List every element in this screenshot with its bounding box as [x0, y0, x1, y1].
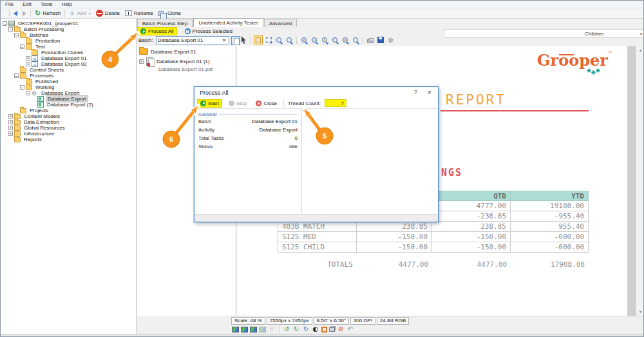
batch-dropdown[interactable]: Database Export 01 — [156, 36, 229, 44]
zoom-in-icon: + — [301, 37, 307, 43]
vertical-scrollbar[interactable]: ▲ ▼ — [636, 46, 644, 316]
marquee-add-button[interactable] — [264, 35, 273, 44]
zoom-select-button[interactable] — [274, 35, 283, 44]
menu-item-tools[interactable]: Tools — [36, 1, 57, 8]
expander-icon[interactable]: – — [3, 21, 7, 26]
zoom-page-button[interactable] — [285, 35, 294, 44]
separator — [296, 37, 297, 44]
image-alt-icon[interactable] — [241, 327, 248, 332]
rename-button[interactable]: Rename — [122, 9, 156, 18]
batch-document-row[interactable]: + Database Export 01 (1) — [139, 57, 236, 65]
sync-icon[interactable]: ↻ — [302, 325, 310, 333]
menu-item-file[interactable]: File — [1, 1, 18, 8]
image-zoom-icon[interactable] — [250, 327, 257, 332]
crop-icon[interactable] — [321, 327, 327, 332]
tree-item-okcsprk001-grooper01[interactable]: –OKCSPRK001_grooper01 — [1, 21, 136, 26]
table-cell: S125 CHILD — [278, 242, 357, 253]
toolbar-button-label: Clone — [167, 10, 181, 16]
batch-folder-row[interactable]: Database Export 01 — [139, 48, 236, 55]
tree-item-content-models[interactable]: +Content Models — [1, 113, 136, 119]
thread-count-input[interactable]: 7 — [325, 99, 346, 107]
expander-icon[interactable]: + — [8, 120, 13, 124]
dialog-log-panel — [303, 109, 438, 214]
tree-item-data-extraction[interactable]: +Data Extraction — [1, 119, 136, 125]
zoom-actual-button[interactable]: 1 — [320, 35, 329, 44]
expander-icon[interactable]: + — [139, 59, 144, 64]
expander-icon[interactable]: – — [14, 73, 19, 78]
back-button[interactable] — [11, 9, 20, 18]
tree-item-database-export-01[interactable]: +Database Export 01 — [1, 55, 136, 61]
scroll-up-icon[interactable]: ▲ — [636, 46, 644, 54]
zoom-width-button[interactable]: ↔ — [341, 35, 350, 44]
children-panel-header[interactable]: Children ▾ — [444, 29, 644, 38]
blocked-icon[interactable]: ⊘ — [337, 325, 345, 333]
tree-item-label: Data Extraction — [23, 119, 61, 125]
expander-icon[interactable]: + — [8, 131, 13, 136]
menu-item-help[interactable]: Help — [57, 1, 76, 8]
tree-item-working[interactable]: –Working — [1, 84, 136, 90]
expander-icon[interactable]: – — [8, 27, 13, 32]
clone-button[interactable]: Clone — [156, 9, 184, 18]
tree-item-published[interactable]: Published — [1, 79, 136, 84]
delete-disabled-icon[interactable]: ✕ — [268, 325, 276, 333]
tree-item-reports[interactable]: Reports — [1, 137, 136, 142]
tab-advanced[interactable]: Advanced — [264, 19, 298, 27]
tree-item-infrastructure[interactable]: +Infrastructure — [1, 131, 136, 137]
menu-item-edit[interactable]: Edit — [18, 1, 36, 8]
tree-item-projects[interactable]: Projects — [1, 108, 136, 113]
separator — [251, 37, 251, 44]
dialog-general-panel: General BatchDatabase Export 01ActivityD… — [194, 109, 302, 214]
expander-icon[interactable]: – — [20, 85, 24, 90]
dialog-title-bar[interactable]: Process All ? × — [194, 87, 438, 98]
process-all-button[interactable]: Process All — [137, 27, 177, 35]
expander-icon[interactable]: – — [26, 91, 30, 95]
expander-icon[interactable]: + — [26, 56, 30, 61]
expander-icon[interactable]: – — [14, 33, 19, 37]
zoom-select-icon — [276, 37, 281, 43]
table-cell: 955.40 — [511, 222, 589, 232]
zoom-out-button[interactable]: − — [310, 35, 319, 44]
tree-item-production[interactable]: Production — [1, 38, 136, 44]
rotate-cw-icon[interactable]: ↻ — [292, 325, 300, 333]
scroll-down-icon[interactable]: ▼ — [636, 307, 644, 316]
stop-button[interactable]: Stop — [226, 100, 249, 107]
tree-item-production-clones[interactable]: Production Clones — [1, 50, 136, 55]
close-button[interactable]: ✕ Close — [253, 100, 279, 107]
zoom-fit-button[interactable]: ▢ — [330, 35, 339, 44]
save-button[interactable] — [376, 35, 385, 44]
hand-button[interactable] — [254, 35, 263, 44]
tree-item-processes[interactable]: –Processes — [1, 73, 136, 79]
print-button[interactable] — [366, 35, 375, 44]
expander-icon[interactable]: – — [20, 44, 24, 49]
image-disabled-icon[interactable] — [259, 327, 266, 332]
undo-icon[interactable]: ↶ — [346, 325, 354, 333]
tree-item-test[interactable]: –Test — [1, 44, 136, 50]
app-window-button[interactable] — [3, 9, 8, 18]
layers-icon[interactable] — [329, 327, 335, 332]
zoom-dynamic-button[interactable] — [351, 35, 360, 44]
node-tree-panel[interactable]: –OKCSPRK001_grooper01–Batch Processing–B… — [1, 19, 137, 334]
pointer-button[interactable] — [239, 35, 248, 44]
tab-batch-process-step[interactable]: Batch Process Step — [137, 19, 193, 27]
delete-button[interactable]: Delete — [93, 9, 122, 18]
tree-item-database-export[interactable]: Database Export — [1, 96, 136, 102]
tree-item-label: Processes — [28, 73, 55, 79]
expander-icon[interactable]: + — [26, 62, 30, 66]
dialog-help-button[interactable]: ? — [414, 89, 417, 95]
gear-icon — [32, 91, 38, 96]
tree-item-batches[interactable]: –Batches — [1, 32, 136, 38]
expander-icon[interactable]: + — [8, 114, 13, 119]
zoom-in-button[interactable]: + — [299, 35, 308, 44]
tools-button[interactable] — [386, 35, 395, 44]
rotate-ccw-icon[interactable]: ↺ — [283, 325, 290, 333]
refresh-button[interactable]: Refresh — [32, 9, 63, 18]
dialog-close-button[interactable]: × — [428, 88, 431, 96]
start-button[interactable]: Start — [197, 99, 222, 108]
tab-unattended-activity-tester[interactable]: Unattended Activity Tester — [193, 18, 263, 27]
chevron-down-icon: ▾ — [640, 32, 642, 36]
contrast-icon[interactable]: ◐ — [312, 325, 319, 333]
process-selected-button[interactable]: Process Selected — [182, 28, 235, 35]
tree-item-global-resources[interactable]: +Global Resources — [1, 125, 136, 131]
image-icon[interactable] — [232, 327, 239, 332]
expander-icon[interactable]: + — [8, 126, 13, 130]
